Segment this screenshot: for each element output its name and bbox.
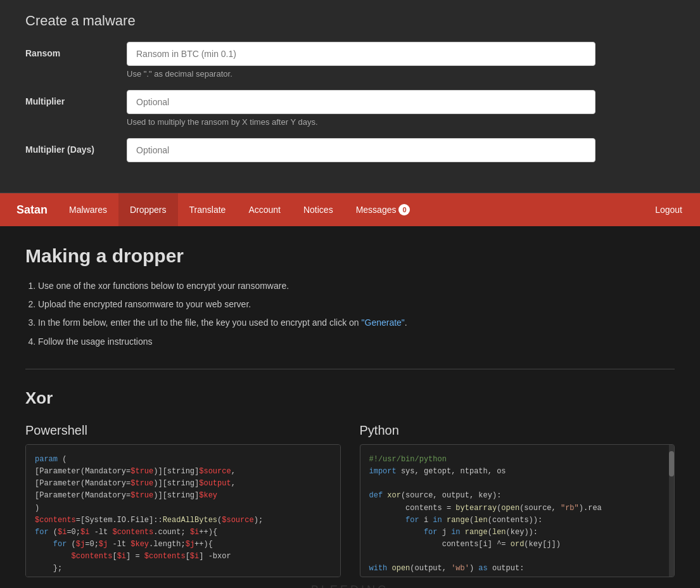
multiplier-days-label: Multiplier (Days) [25, 138, 127, 155]
multiplier-label: Multiplier [25, 90, 127, 106]
logout-button[interactable]: Logout [644, 193, 694, 226]
python-column: Python #!/usr/bin/python import sys, get… [360, 423, 675, 577]
multiplier-hint: Used to multiply the ransom by X times a… [127, 117, 675, 127]
divider [25, 369, 675, 369]
instruction-4: Follow the usage instructions [38, 334, 675, 350]
nav-malwares[interactable]: Malwares [58, 193, 118, 226]
messages-badge: 0 [398, 204, 410, 215]
scrollbar-track[interactable] [669, 445, 674, 577]
instruction-2: Upload the encrypted ransomware to your … [38, 297, 675, 312]
powershell-code[interactable]: param ( [Parameter(Mandatory=$true)][str… [25, 444, 341, 577]
python-title: Python [360, 423, 675, 438]
ransom-field-wrap: Use "." as decimal separator. [127, 42, 675, 79]
nav-translate[interactable]: Translate [178, 193, 238, 226]
ransom-group: Ransom Use "." as decimal separator. [25, 42, 675, 79]
instruction-3-highlight: "Generate" [362, 317, 405, 328]
xor-title: Xor [25, 388, 675, 408]
main-content: Making a dropper Use one of the xor func… [0, 226, 700, 588]
instruction-1: Use one of the xor functions below to en… [38, 278, 675, 294]
ransom-hint: Use "." as decimal separator. [127, 69, 675, 79]
multiplier-days-input[interactable] [127, 138, 595, 162]
nav-notices[interactable]: Notices [292, 193, 345, 226]
code-columns: Powershell param ( [Parameter(Mandatory=… [25, 423, 675, 577]
multiplier-group: Multiplier Used to multiply the ransom b… [25, 90, 675, 127]
nav-messages-label: Messages [356, 205, 397, 215]
multiplier-input[interactable] [127, 90, 595, 114]
navbar: Satan Malwares Droppers Translate Accoun… [0, 193, 700, 226]
dropper-title: Making a dropper [25, 245, 675, 267]
watermark: BLEEDING [25, 584, 675, 588]
ransom-label: Ransom [25, 42, 127, 58]
ransom-input[interactable] [127, 42, 595, 66]
instructions-list: Use one of the xor functions below to en… [25, 278, 675, 350]
nav-brand[interactable]: Satan [6, 193, 58, 226]
create-malware-section: Create a malware Ransom Use "." as decim… [0, 0, 700, 193]
multiplier-days-group: Multiplier (Days) [25, 138, 675, 162]
nav-droppers[interactable]: Droppers [118, 193, 178, 226]
instruction-3: In the form below, enter the url to the … [38, 315, 675, 331]
nav-account[interactable]: Account [237, 193, 292, 226]
multiplier-field-wrap: Used to multiply the ransom by X times a… [127, 90, 675, 127]
powershell-column: Powershell param ( [Parameter(Mandatory=… [25, 423, 341, 577]
scrollbar-thumb[interactable] [669, 451, 674, 476]
python-code[interactable]: #!/usr/bin/python import sys, getopt, nt… [360, 444, 675, 577]
form-title: Create a malware [25, 13, 675, 29]
nav-messages[interactable]: Messages 0 [345, 193, 422, 226]
powershell-title: Powershell [25, 423, 341, 438]
multiplier-days-field-wrap [127, 138, 675, 162]
